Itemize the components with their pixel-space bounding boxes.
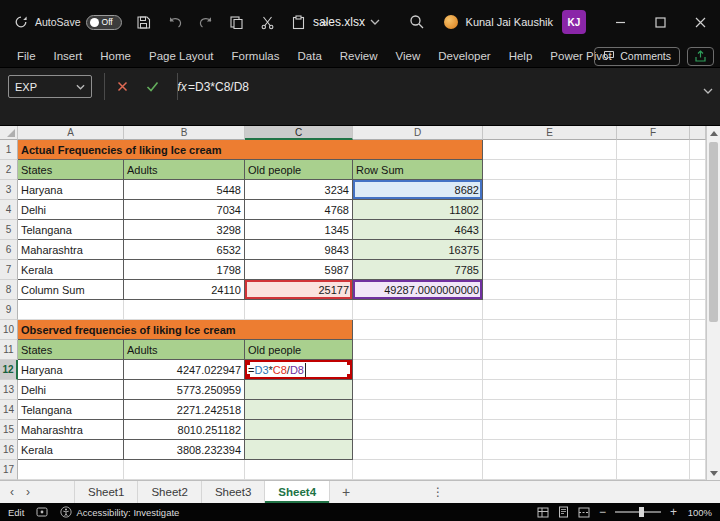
cell-D13[interactable]	[353, 380, 483, 400]
cell-G12[interactable]	[690, 360, 706, 380]
cell-A16[interactable]: Kerala	[18, 440, 124, 460]
accessibility-status[interactable]: Accessibility: Investigate	[76, 507, 179, 518]
cell-B17[interactable]	[124, 460, 245, 480]
search-icon[interactable]	[408, 13, 426, 31]
cell-E9[interactable]	[483, 300, 617, 320]
row-header-15[interactable]: 15	[0, 420, 18, 440]
cell-C17[interactable]	[245, 460, 353, 480]
cell-D16[interactable]	[353, 440, 483, 460]
column-header-B[interactable]: B	[124, 126, 245, 140]
cell-E12[interactable]	[483, 360, 617, 380]
maximize-button[interactable]	[640, 0, 680, 44]
cell-B8[interactable]: 24110	[124, 280, 245, 300]
cell-G3[interactable]	[690, 180, 706, 200]
cell-A1[interactable]: Actual Frequencies of liking Ice cream	[18, 140, 483, 160]
cell-F14[interactable]	[617, 400, 690, 420]
cell-E8[interactable]	[483, 280, 617, 300]
cell-G10[interactable]	[690, 320, 706, 340]
tab-overflow-icon[interactable]: ⋮	[432, 485, 444, 499]
cell-F10[interactable]	[617, 320, 690, 340]
column-header-C[interactable]: C	[245, 126, 353, 140]
zoom-in-icon[interactable]: +	[670, 505, 677, 519]
cell-E14[interactable]	[483, 400, 617, 420]
cell-F12[interactable]	[617, 360, 690, 380]
cell-G16[interactable]	[690, 440, 706, 460]
cell-D4[interactable]: 11802	[353, 200, 483, 220]
cell-F3[interactable]	[617, 180, 690, 200]
cell-B4[interactable]: 7034	[124, 200, 245, 220]
cell-E6[interactable]	[483, 240, 617, 260]
cell-G14[interactable]	[690, 400, 706, 420]
row-header-17[interactable]: 17	[0, 460, 18, 480]
vertical-scrollbar-thumb[interactable]	[709, 142, 718, 322]
cell-B12[interactable]: 4247.022947	[124, 360, 245, 380]
name-box[interactable]: EXP	[8, 75, 92, 98]
cell-B16[interactable]: 3808.232394	[124, 440, 245, 460]
cell-F11[interactable]	[617, 340, 690, 360]
cell-C7[interactable]: 5987	[245, 260, 353, 280]
sheet-tab-sheet4[interactable]: Sheet4	[265, 481, 330, 503]
cell-B15[interactable]: 8010.251182	[124, 420, 245, 440]
row-header-1[interactable]: 1	[0, 140, 18, 160]
cell-E10[interactable]	[483, 320, 617, 340]
cell-A17[interactable]	[18, 460, 124, 480]
document-title[interactable]: sales.xlsx	[313, 0, 380, 44]
avatar[interactable]: KJ	[562, 10, 586, 34]
sheet-tab-sheet2[interactable]: Sheet2	[138, 481, 201, 503]
cell-F8[interactable]	[617, 280, 690, 300]
row-header-4[interactable]: 4	[0, 200, 18, 220]
page-layout-view-icon[interactable]	[558, 506, 569, 518]
cell-C15[interactable]	[245, 420, 353, 440]
normal-view-icon[interactable]	[537, 507, 549, 518]
column-header-A[interactable]: A	[18, 126, 124, 140]
menu-tab-review[interactable]: Review	[331, 44, 387, 68]
cell-F15[interactable]	[617, 420, 690, 440]
cell-E7[interactable]	[483, 260, 617, 280]
autosave-control[interactable]: AutoSave Off	[12, 13, 122, 31]
scroll-up-icon[interactable]	[707, 126, 720, 140]
cell-F7[interactable]	[617, 260, 690, 280]
cell-G11[interactable]	[690, 340, 706, 360]
column-header-D[interactable]: D	[353, 126, 483, 140]
cancel-formula-icon[interactable]	[112, 77, 132, 97]
prev-sheet-icon[interactable]: ‹	[10, 485, 14, 499]
select-all-button[interactable]	[0, 126, 18, 140]
cell-B13[interactable]: 5773.250959	[124, 380, 245, 400]
cell-D3[interactable]: 8682	[353, 180, 483, 200]
formula-input[interactable]: =D3*C8/D8	[188, 75, 249, 98]
cell-F16[interactable]	[617, 440, 690, 460]
cell-B2[interactable]: Adults	[124, 160, 245, 180]
cell-C13[interactable]	[245, 380, 353, 400]
sheet-tab-sheet1[interactable]: Sheet1	[74, 481, 138, 503]
cell-A11[interactable]: States	[18, 340, 124, 360]
cell-B6[interactable]: 6532	[124, 240, 245, 260]
share-button[interactable]	[687, 47, 714, 66]
cell-F17[interactable]	[617, 460, 690, 480]
cell-G6[interactable]	[690, 240, 706, 260]
cell-A2[interactable]: States	[18, 160, 124, 180]
menu-tab-view[interactable]: View	[387, 44, 430, 68]
cell-E1[interactable]	[483, 140, 617, 160]
cell-D7[interactable]: 7785	[353, 260, 483, 280]
cell-G13[interactable]	[690, 380, 706, 400]
autosave-toggle[interactable]: Off	[86, 15, 122, 30]
row-header-7[interactable]: 7	[0, 260, 18, 280]
cell-A8[interactable]: Column Sum	[18, 280, 124, 300]
menu-tab-file[interactable]: File	[8, 44, 45, 68]
menu-tab-data[interactable]: Data	[289, 44, 331, 68]
cell-A5[interactable]: Telangana	[18, 220, 124, 240]
row-header-6[interactable]: 6	[0, 240, 18, 260]
cell-F6[interactable]	[617, 240, 690, 260]
zoom-out-icon[interactable]: −	[599, 505, 606, 519]
cell-D17[interactable]	[353, 460, 483, 480]
cut-icon[interactable]	[259, 13, 277, 31]
cell-C4[interactable]: 4768	[245, 200, 353, 220]
cell-G5[interactable]	[690, 220, 706, 240]
cell-D10[interactable]	[353, 320, 483, 340]
cell-A4[interactable]: Delhi	[18, 200, 124, 220]
row-header-11[interactable]: 11	[0, 340, 18, 360]
cell-G7[interactable]	[690, 260, 706, 280]
cell-B7[interactable]: 1798	[124, 260, 245, 280]
cell-G9[interactable]	[690, 300, 706, 320]
cell-G4[interactable]	[690, 200, 706, 220]
